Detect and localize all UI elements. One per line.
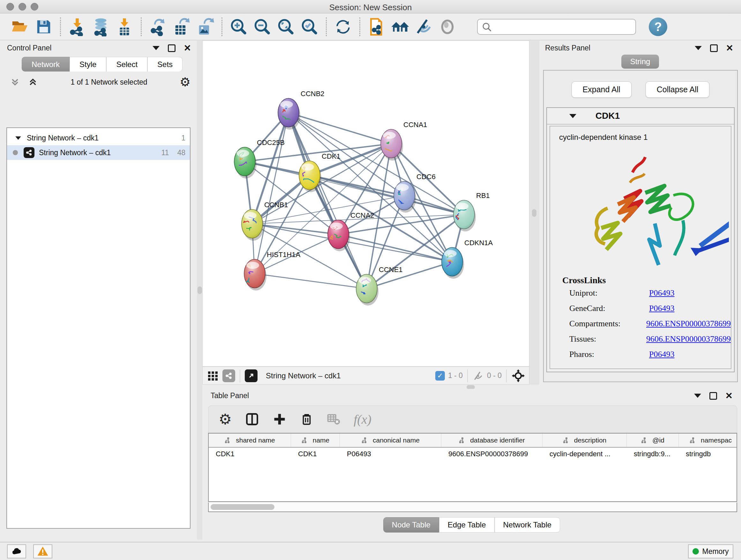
table-cell[interactable]: cyclin-dependent ... [542, 450, 627, 458]
results-panel-menu-icon[interactable] [695, 46, 702, 50]
table-cell[interactable]: stringdb [679, 450, 737, 458]
grid-view-button[interactable] [206, 369, 219, 382]
entry-collapse-icon[interactable] [569, 114, 576, 118]
table-row[interactable]: CDK1CDK1P064939606.ENSP00000378699cyclin… [209, 448, 737, 460]
expand-all-button[interactable]: Expand All [571, 81, 631, 98]
tab-network-table[interactable]: Network Table [495, 517, 560, 533]
graph-node-CCNB1[interactable]: CCNB1 [242, 201, 288, 241]
graph-edge-CCNB2-HIST1H1A[interactable] [255, 113, 288, 273]
hide-panel-button[interactable] [412, 16, 435, 37]
graph-edge-CCNB2-CCNA1[interactable] [288, 113, 391, 144]
column-header-namespac[interactable]: namespac [679, 434, 737, 447]
export-image-button[interactable] [193, 16, 217, 37]
column-header-name[interactable]: name [291, 434, 340, 447]
scrollbar-thumb[interactable] [211, 504, 274, 510]
graph-edge-CCNB2-CCNE1[interactable] [288, 113, 367, 289]
column-header-description[interactable]: description [542, 434, 627, 447]
network-overview-button[interactable] [222, 369, 235, 382]
results-panel-close-button[interactable]: ✕ [726, 44, 733, 52]
zoom-fit-button[interactable] [274, 16, 298, 37]
left-panel-divider[interactable] [197, 41, 202, 540]
table-cell[interactable]: P06493 [340, 450, 441, 458]
detach-view-button[interactable] [245, 369, 258, 382]
control-panel-close-button[interactable]: ✕ [184, 44, 191, 52]
divider-handle[interactable] [198, 287, 202, 294]
zoom-in-button[interactable] [227, 16, 251, 37]
control-panel-float-button[interactable] [168, 44, 176, 52]
crosslink-link[interactable]: 9606.ENSP00000378699 [646, 319, 731, 328]
expand-all-chevrons-icon[interactable] [27, 77, 38, 87]
network-canvas[interactable]: CCNB2CCNA1CDC25BCDK1CDC6RB1CCNB1CCNA2CDK… [202, 41, 529, 367]
column-header-database-identifier[interactable]: database identifier [441, 434, 542, 447]
crosslink-link[interactable]: P06493 [649, 350, 674, 359]
home-view-button[interactable] [388, 16, 412, 37]
network-collection-row[interactable]: String Network – cdk1 1 [7, 131, 190, 145]
zoom-selected-button[interactable] [298, 16, 321, 37]
divider-handle[interactable] [532, 209, 536, 217]
selected-checkbox-icon[interactable]: ✓ [435, 371, 445, 381]
pan-crosshair-icon[interactable] [511, 369, 525, 383]
import-table-file-button[interactable] [113, 16, 136, 37]
zoom-out-button[interactable] [251, 16, 274, 37]
help-button[interactable]: ? [649, 17, 667, 36]
table-options-button[interactable]: ⚙ [219, 411, 232, 428]
tab-sets[interactable]: Sets [147, 57, 183, 71]
table-cell[interactable]: CDK1 [291, 450, 340, 458]
apply-layout-refresh-button[interactable] [331, 16, 355, 37]
graph-node-RB1[interactable]: RB1 [454, 192, 490, 232]
warnings-button[interactable] [33, 544, 52, 558]
import-network-database-button[interactable] [89, 16, 113, 37]
network-row-selected[interactable]: String Network – cdk1 11 48 [7, 145, 190, 160]
table-cell[interactable]: CDK1 [209, 450, 291, 458]
network-graph[interactable]: CCNB2CCNA1CDC25BCDK1CDC6RB1CCNB1CCNA2CDK… [203, 41, 529, 366]
show-columns-button[interactable] [245, 412, 259, 426]
right-panel-divider[interactable] [529, 41, 539, 385]
search-input[interactable] [477, 19, 636, 35]
graph-node-CCNA1[interactable]: CCNA1 [381, 121, 427, 161]
tab-select[interactable]: Select [106, 57, 147, 71]
table-horizontal-scrollbar[interactable] [208, 503, 737, 512]
graph-node-CDK1[interactable]: CDK1 [299, 152, 340, 192]
hidden-eye-icon[interactable] [472, 370, 484, 381]
graph-node-CDKN1A[interactable]: CDKN1A [442, 239, 493, 279]
string-import-button[interactable] [365, 16, 388, 37]
cloud-status-button[interactable] [7, 544, 26, 558]
tab-string[interactable]: String [621, 55, 659, 69]
tab-node-table[interactable]: Node Table [383, 517, 439, 533]
graph-edge-CCNB1-CCNA2[interactable] [252, 224, 338, 234]
hidden-node-edge-counts: 0 - 0 [487, 371, 502, 380]
column-header-@id[interactable]: @id [627, 434, 679, 447]
table-cell[interactable]: stringdb:9... [627, 450, 679, 458]
results-panel-float-button[interactable] [710, 44, 718, 52]
collection-expand-icon[interactable] [15, 136, 21, 139]
table-cell[interactable]: 9606.ENSP00000378699 [441, 450, 542, 458]
crosslink-link[interactable]: 9606.ENSP00000378699 [646, 334, 731, 344]
graph-node-CCNE1[interactable]: CCNE1 [356, 266, 403, 306]
graph-edge-HIST1H1A-CCNE1[interactable] [255, 273, 367, 289]
crosslink-row: Pharos:P06493 [550, 347, 731, 362]
open-session-button[interactable] [8, 16, 32, 37]
import-network-file-button[interactable] [65, 16, 89, 37]
collapse-all-button[interactable]: Collapse All [646, 81, 710, 98]
table-panel-close-button[interactable]: ✕ [725, 392, 733, 400]
tab-edge-table[interactable]: Edge Table [439, 517, 495, 533]
table-panel-menu-icon[interactable] [694, 394, 701, 398]
table-panel-float-button[interactable] [710, 392, 717, 400]
graph-node-HIST1H1A[interactable]: HIST1H1A [244, 251, 300, 291]
tab-network[interactable]: Network [22, 57, 70, 71]
crosslink-link[interactable]: P06493 [649, 304, 674, 313]
column-header-canonical-name[interactable]: canonical name [340, 434, 441, 447]
add-column-button[interactable] [273, 412, 286, 426]
save-session-button[interactable] [32, 16, 56, 37]
tab-style[interactable]: Style [70, 57, 106, 71]
network-options-gear-icon[interactable]: ⚙ [180, 76, 191, 88]
export-network-button[interactable] [146, 16, 170, 37]
collapse-all-chevrons-icon[interactable] [10, 77, 20, 87]
export-table-button[interactable] [170, 16, 193, 37]
column-header-shared-name[interactable]: shared name [209, 434, 291, 447]
memory-button[interactable]: Memory [688, 544, 733, 558]
crosslink-link[interactable]: P06493 [649, 288, 674, 298]
control-panel-menu-icon[interactable] [152, 46, 159, 50]
show-panel-button[interactable] [435, 16, 459, 37]
delete-column-button[interactable] [300, 413, 313, 426]
